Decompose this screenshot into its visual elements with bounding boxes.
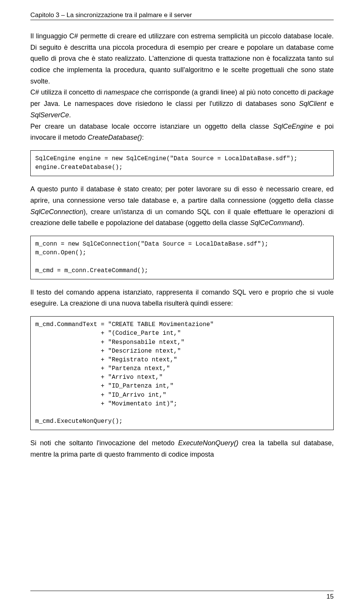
- text: A questo punto il database è stato creat…: [30, 185, 334, 204]
- chapter-header: Capitolo 3 – La sincronizzazione tra il …: [30, 11, 334, 20]
- italic-term: package: [308, 88, 334, 96]
- text: C# utilizza il concetto di: [30, 88, 104, 96]
- text: Si noti che soltanto l'invocazione del m…: [30, 439, 178, 447]
- italic-term: CreateDatabase(): [88, 134, 142, 141]
- text: per Java. Le namespaces dove risiedono l…: [30, 100, 299, 107]
- italic-term: SqlServerCe: [30, 111, 69, 119]
- paragraph-3: Il testo del comando appena istanziato, …: [30, 287, 334, 309]
- paragraph-2: A questo punto il database è stato creat…: [30, 184, 334, 229]
- italic-term: namespace: [104, 88, 139, 96]
- paragraph-1: Il linguaggio C# permette di creare ed u…: [30, 31, 334, 143]
- italic-term: ExecuteNonQuery(): [178, 439, 238, 447]
- text: e: [326, 100, 334, 107]
- text: Il linguaggio C# permette di creare ed u…: [30, 32, 334, 85]
- code-block-2: m_conn = new SqlCeConnection("Data Sourc…: [30, 236, 334, 279]
- italic-term: SqlClient: [299, 100, 326, 107]
- page-number: 15: [326, 593, 334, 601]
- page: Capitolo 3 – La sincronizzazione tra il …: [0, 0, 364, 610]
- italic-term: SqlCeEngine: [273, 123, 313, 130]
- text: ).: [300, 219, 304, 227]
- paragraph-4: Si noti che soltanto l'invocazione del m…: [30, 438, 334, 460]
- italic-term: SqlCeCommand: [250, 219, 300, 227]
- italic-term: SqlCeConnection: [30, 208, 83, 216]
- text: .: [69, 111, 71, 119]
- text: :: [142, 134, 144, 141]
- code-block-1: SqlCeEngine engine = new SqlCeEngine("Da…: [30, 150, 334, 176]
- footer-rule: [30, 591, 334, 591]
- text: che corrisponde (a grandi linee) al più …: [139, 88, 308, 96]
- text: Per creare un database locale occorre is…: [30, 123, 273, 130]
- code-block-3: m_cmd.CommandText = "CREATE TABLE Movime…: [30, 316, 334, 430]
